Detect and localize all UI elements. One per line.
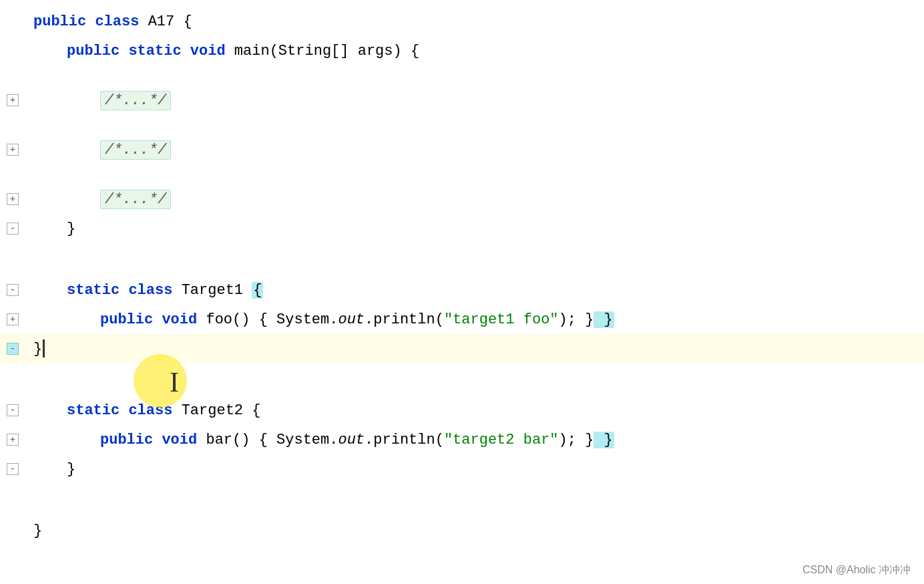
code-line-7 — [0, 164, 924, 184]
expand-icon-8[interactable]: + — [7, 193, 19, 205]
gutter-14: - — [0, 334, 25, 363]
code-line-14: - } — [0, 334, 924, 363]
gutter-19: - — [0, 454, 25, 484]
code-line-17: - static class Target2 { — [0, 396, 924, 425]
code-text-2: public static void main(String[] args) { — [60, 40, 419, 62]
expand-icon-6[interactable]: + — [7, 144, 19, 156]
code-text-6: /*...*/ — [93, 139, 171, 161]
code-line-19: - } — [0, 454, 924, 484]
gutter-21 — [0, 500, 25, 516]
collapse-icon-14[interactable]: - — [7, 343, 19, 355]
gutter-22 — [0, 516, 25, 545]
collapse-icon-9[interactable]: - — [7, 223, 19, 235]
gutter-7 — [0, 164, 25, 184]
gutter-16 — [0, 380, 25, 396]
gutter-18: + — [0, 425, 25, 454]
expand-icon-13[interactable]: + — [7, 313, 19, 325]
code-text-8: /*...*/ — [93, 188, 171, 210]
gutter-10 — [0, 243, 25, 259]
code-line-5 — [0, 115, 924, 135]
code-editor: public class A17 { public static void ma… — [0, 0, 924, 584]
collapse-icon-19[interactable]: - — [7, 463, 19, 475]
code-line-16 — [0, 380, 924, 396]
code-text-12: static class Target1 { — [60, 279, 263, 301]
code-line-8: + /*...*/ — [0, 184, 924, 214]
expand-icon-18[interactable]: + — [7, 434, 19, 446]
gutter-2 — [0, 36, 25, 65]
watermark-text: CSDN @Aholic 冲冲冲 — [802, 564, 911, 575]
code-text-1: public class A17 { — [27, 11, 192, 33]
gutter-3 — [0, 65, 25, 86]
code-text-14: } — [27, 338, 45, 360]
gutter-9: - — [0, 214, 25, 243]
code-line-6: + /*...*/ — [0, 135, 924, 164]
code-line-13: + public void foo() { System.out.println… — [0, 305, 924, 334]
code-text-19: } — [60, 458, 75, 480]
collapse-icon-17[interactable]: - — [7, 404, 19, 416]
code-line-2: public static void main(String[] args) { — [0, 36, 924, 65]
gutter-17: - — [0, 396, 25, 425]
collapse-icon-12[interactable]: - — [7, 284, 19, 296]
expand-icon-4[interactable]: + — [7, 94, 19, 106]
code-line-9: - } — [0, 214, 924, 243]
code-line-21 — [0, 500, 924, 516]
code-line-4: + /*...*/ — [0, 86, 924, 115]
gutter-12: - — [0, 275, 25, 305]
gutter-6: + — [0, 135, 25, 164]
code-line-22: } — [0, 516, 924, 545]
gutter-20 — [0, 484, 25, 500]
code-line-3 — [0, 65, 924, 86]
code-line-1: public class A17 { — [0, 7, 924, 36]
gutter-15 — [0, 363, 25, 380]
gutter-4: + — [0, 86, 25, 115]
gutter-13: + — [0, 305, 25, 334]
code-text-9: } — [60, 218, 75, 240]
gutter-11 — [0, 259, 25, 275]
code-line-11 — [0, 259, 924, 275]
code-line-10 — [0, 243, 924, 259]
code-text-17: static class Target2 { — [60, 400, 260, 422]
gutter-1 — [0, 7, 25, 36]
code-line-15 — [0, 363, 924, 380]
code-text-4: /*...*/ — [93, 90, 171, 112]
gutter-8: + — [0, 184, 25, 214]
code-text-22: } — [27, 520, 42, 542]
code-line-12: - static class Target1 { — [0, 275, 924, 305]
watermark: CSDN @Aholic 冲冲冲 — [802, 563, 911, 577]
code-line-18: + public void bar() { System.out.println… — [0, 425, 924, 454]
code-line-20 — [0, 484, 924, 500]
gutter-5 — [0, 115, 25, 135]
code-text-18: public void bar() { System.out.println("… — [93, 429, 614, 451]
code-text-13: public void foo() { System.out.println("… — [93, 309, 614, 331]
